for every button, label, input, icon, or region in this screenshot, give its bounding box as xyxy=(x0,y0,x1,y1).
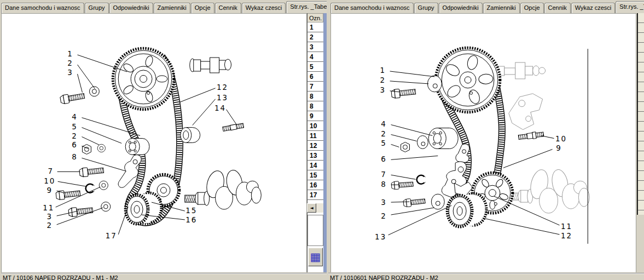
parts-table-row[interactable]: 14 xyxy=(308,161,323,170)
parts-table-row[interactable]: 5 xyxy=(308,62,323,72)
washer xyxy=(97,144,105,152)
camshaft-sprocket xyxy=(436,48,500,112)
parts-table-cutoff xyxy=(637,13,644,215)
parts-table-row[interactable]: 17 xyxy=(308,190,323,200)
tab-4[interactable]: Zamienniki xyxy=(483,3,520,13)
callout-number: 6 xyxy=(72,141,78,149)
horizontal-scrollbar[interactable]: ◄ xyxy=(307,203,323,213)
callout-line xyxy=(391,125,433,136)
parts-table-row[interactable]: 10 xyxy=(308,121,323,131)
parts-table-row[interactable]: 7 xyxy=(308,82,323,92)
camshaft-drawing xyxy=(190,58,231,73)
catalog-window-right: Dane samochodu i waznoscGrupyOdpowiednik… xyxy=(327,0,644,280)
parts-table-row[interactable]: 8 xyxy=(308,92,323,101)
callout-number: 3 xyxy=(47,213,53,221)
parts-table-row[interactable]: 16 xyxy=(308,180,323,190)
callout-number: 2 xyxy=(67,59,73,67)
tab-6[interactable]: Cennik xyxy=(544,3,571,13)
callout-number: 13 xyxy=(217,94,228,102)
parts-table-row[interactable]: 13 xyxy=(308,151,323,161)
tab-2[interactable]: Grupy xyxy=(414,3,438,13)
callout-line xyxy=(391,208,434,215)
callout-number: 5 xyxy=(72,123,78,131)
callout-line xyxy=(390,71,435,77)
callout-number: 10 xyxy=(555,135,567,143)
camshaft-sprocket xyxy=(113,48,174,110)
tab-3[interactable]: Odpowiedniki xyxy=(109,3,153,13)
washer xyxy=(101,202,111,212)
callout-number: 3 xyxy=(380,86,386,94)
crank-sprocket xyxy=(125,193,161,224)
tab-5[interactable]: Opcje xyxy=(191,3,214,13)
callout-number: 12 xyxy=(217,83,228,92)
callout-number: 2 xyxy=(381,130,387,138)
diagram-canvas-left: 1231213144526871091132171516 xyxy=(1,13,307,272)
parts-table-row[interactable]: 9 xyxy=(308,111,323,121)
callout-line xyxy=(390,81,429,84)
parts-table-row[interactable]: 11 xyxy=(308,131,323,141)
tab-7[interactable]: Wykaz czesci xyxy=(242,3,286,13)
bolt xyxy=(56,189,80,200)
callout-number: 1 xyxy=(67,50,73,58)
parts-table-row[interactable]: 6 xyxy=(308,72,323,82)
table-grid-icon: ▦ xyxy=(310,250,321,264)
callout-line xyxy=(391,156,438,159)
callout-number: 13 xyxy=(375,233,386,241)
callout-line xyxy=(193,99,216,125)
callout-number: 1 xyxy=(380,66,386,75)
tab-1[interactable]: Dane samochodu i waznosc xyxy=(1,3,84,13)
callout-number: 7 xyxy=(48,167,54,175)
vertical-scrollbar-strip[interactable] xyxy=(323,13,327,272)
callout-number: 9 xyxy=(47,186,53,195)
bolt xyxy=(60,92,85,104)
callout-line xyxy=(391,175,416,179)
washer xyxy=(417,136,428,149)
callout-number: 16 xyxy=(185,216,197,224)
timing-belt-diagram-left: 1231213144526871091132171516 xyxy=(2,14,306,272)
scrollbar-track[interactable] xyxy=(316,203,323,213)
callout-number: 4 xyxy=(72,113,78,121)
table-view-button[interactable]: ▦ xyxy=(308,248,323,266)
crank-sprocket xyxy=(447,193,486,227)
tab-8[interactable]: Str.rys. _Tabela xyxy=(286,1,327,13)
callout-number: 9 xyxy=(556,144,562,152)
washer xyxy=(427,76,442,92)
bolt xyxy=(68,206,93,217)
callout-line xyxy=(78,74,83,93)
callout-line xyxy=(58,181,86,186)
parts-table-row[interactable]: 2 xyxy=(308,32,323,42)
tab-2[interactable]: Grupy xyxy=(85,3,109,13)
parts-table-row[interactable]: 1 xyxy=(308,22,323,32)
nut xyxy=(82,144,91,154)
tab-1[interactable]: Dane samochodu i waznosc xyxy=(330,3,414,13)
parts-table-row[interactable]: 8 xyxy=(308,101,323,111)
parts-table-row[interactable]: 12 xyxy=(308,141,323,151)
parts-table-header: Ozn. xyxy=(308,13,323,22)
bolt xyxy=(79,166,104,177)
parts-table-row[interactable]: 15 xyxy=(308,170,323,180)
tab-7[interactable]: Wykaz czesci xyxy=(571,3,616,13)
callout-line xyxy=(82,137,99,145)
callout-number: 2 xyxy=(72,132,78,140)
tab-5[interactable]: Opcje xyxy=(520,3,544,13)
status-bar-right: MT / 1010601 NAPED ROZRZADU - M2 xyxy=(328,273,644,280)
bushing xyxy=(181,128,200,143)
parts-table-row[interactable]: 3 xyxy=(308,42,323,52)
circlip xyxy=(417,175,426,184)
status-text: MT / 10106 NAPED ROZRZADU - M1 - M2 xyxy=(1,275,118,280)
washer xyxy=(99,181,108,190)
tensioner-pulley xyxy=(428,128,458,149)
tab-8[interactable]: Str.rys. _Tabela xyxy=(616,1,644,13)
nut xyxy=(401,142,410,152)
callout-line xyxy=(483,218,559,235)
tab-3[interactable]: Odpowiedniki xyxy=(439,3,483,13)
scroll-left-button[interactable]: ◄ xyxy=(307,203,316,213)
tensioner-pulley xyxy=(125,139,149,155)
callout-line xyxy=(82,128,121,144)
callout-line xyxy=(541,136,554,139)
selection-listbox[interactable] xyxy=(308,215,323,246)
callout-number: 4 xyxy=(381,120,387,128)
parts-table-row[interactable]: 4 xyxy=(308,52,323,62)
tab-4[interactable]: Zamienniki xyxy=(154,3,190,13)
tab-6[interactable]: Cennik xyxy=(215,3,241,13)
